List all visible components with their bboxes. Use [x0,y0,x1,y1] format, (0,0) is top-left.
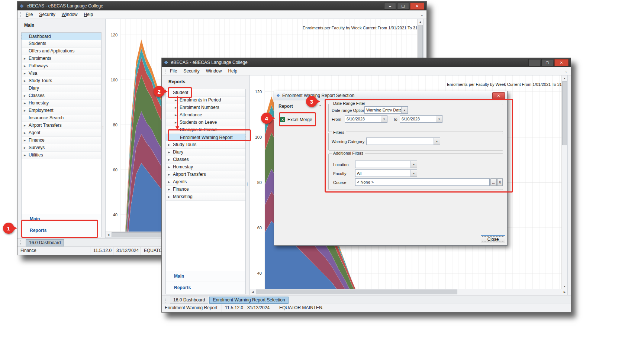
collapse-icon[interactable] [319,104,322,108]
expand-arrow-icon[interactable] [24,92,29,99]
menu-overflow-icon[interactable] [565,69,568,73]
expand-arrow-icon[interactable] [24,144,29,151]
expand-arrow-icon[interactable] [24,70,29,77]
sidebar-item[interactable]: Offers and Applications [22,48,101,55]
expand-arrow-icon[interactable] [168,171,173,178]
dialog-close-action-button[interactable]: Close [481,235,505,243]
scroll-left-icon[interactable] [106,232,111,237]
dialog-close-button[interactable]: ✕ [492,92,505,99]
expand-arrow-icon[interactable] [168,193,173,200]
tree-item[interactable]: Homestay [166,164,245,171]
tree-item[interactable]: Marketing [166,193,245,201]
chart-title: Enrolments per Faculty by Week Current F… [447,82,563,87]
sidebar-item[interactable]: Insurance Search [22,114,101,122]
svg-text:120: 120 [111,33,117,37]
sidebar-item[interactable]: Airport Transfers [22,122,101,129]
horizontal-scrollbar[interactable] [250,289,567,295]
dashboard-tab[interactable]: 16.0 Dashboard [26,239,64,246]
tree-item[interactable]: Study Tours [166,141,245,149]
nav-main-button[interactable]: Main [166,271,245,281]
maximize-button[interactable]: ▢ [541,59,553,66]
status-tab[interactable]: 16.0 Dashboard [170,297,208,304]
svg-text:120: 120 [255,90,262,94]
scroll-right-icon[interactable] [562,289,567,295]
expand-arrow-icon[interactable] [24,137,29,144]
tree-item[interactable]: Airport Transfers [166,171,245,178]
sidebar-item[interactable]: Study Tours [22,77,101,85]
app-icon [20,3,24,9]
expand-arrow-icon[interactable] [24,100,29,107]
status-tab[interactable]: Enrolment Warning Report Selection [209,297,288,304]
annotation-badge-1: 1 [3,223,14,234]
scroll-up-icon[interactable] [562,75,567,81]
window-title: eBECAS - eBECAS Language College [27,3,103,9]
titlebar[interactable]: eBECAS - eBECAS Language College – ▢ ✕ [162,58,571,67]
sidebar-item[interactable]: Students [22,40,101,48]
menu-bar: FileSecurityWindowHelp [162,67,571,75]
sidebar-item[interactable]: Classes [22,92,101,100]
expand-arrow-icon[interactable] [24,152,29,159]
sidebar-item[interactable]: Homestay [22,100,101,107]
sidebar-item[interactable]: Enrolments [22,55,101,62]
menu-item[interactable]: Security [39,12,55,17]
sidebar-header: Main [21,20,102,32]
menu-item[interactable]: Window [206,68,222,74]
tree-item[interactable]: Finance [166,186,245,193]
expand-arrow-icon[interactable] [24,129,29,136]
expand-arrow-icon[interactable] [24,55,29,62]
tree-item[interactable]: Enrolment Numbers [166,104,245,111]
status-field: Finance [17,247,90,255]
sidebar-item[interactable]: Utilities [22,152,101,159]
menu-item[interactable]: Window [62,12,78,17]
sidebar-item[interactable]: Employment [22,107,101,114]
splitter[interactable] [102,125,104,130]
sidebar-item[interactable]: Agent [22,129,101,137]
chart-title: Enrolments per Faculty by Week Current F… [303,26,419,30]
nav-reports-button[interactable]: Reports [166,281,245,294]
sidebar-item[interactable]: Pathways [22,62,101,70]
menu-item[interactable]: File [170,68,177,74]
sidebar-item[interactable]: Dashboard [22,33,101,40]
scroll-down-icon[interactable] [562,284,567,289]
sidebar-item[interactable]: Surveys [22,144,101,152]
menu-item[interactable]: Help [228,68,237,74]
tree-item[interactable]: Classes [166,156,245,164]
expand-arrow-icon[interactable] [168,156,173,163]
expand-arrow-icon[interactable] [168,164,173,171]
maximize-button[interactable]: ▢ [397,3,409,10]
tree-item[interactable]: Students on Leave [166,119,245,126]
splitter[interactable] [247,181,248,187]
sidebar-item[interactable]: Diary [22,85,101,92]
scroll-thumb[interactable] [256,290,457,294]
tab-grip [165,298,167,303]
menu-item[interactable]: File [26,12,33,17]
expand-arrow-icon[interactable] [24,107,29,114]
expand-arrow-icon[interactable] [24,122,29,129]
menu-item[interactable]: Security [183,68,199,74]
sidebar-item[interactable]: Finance [22,137,101,144]
close-button[interactable]: ✕ [410,3,424,10]
expand-arrow-icon[interactable] [168,178,173,185]
tree-item[interactable]: Attendance [166,111,245,119]
titlebar[interactable]: eBECAS - eBECAS Language College – ▢ ✕ [17,1,426,10]
tree-item[interactable]: Diary [166,149,245,156]
expand-arrow-icon[interactable] [168,186,173,193]
sidebar-item[interactable]: Visa [22,70,101,77]
tab-grip [20,240,23,245]
expand-arrow-icon[interactable] [168,141,173,148]
scroll-left-icon[interactable] [250,289,255,295]
scroll-up-icon[interactable] [418,19,423,25]
menu-item[interactable]: Help [84,12,93,17]
minimize-button[interactable]: – [528,59,540,66]
expand-arrow-icon[interactable] [168,149,173,156]
scroll-thumb[interactable] [562,81,567,145]
tree-item[interactable]: Agents [166,178,245,186]
close-button[interactable]: ✕ [554,59,569,66]
status-field: Enrolment Warning Report [162,304,222,312]
expand-arrow-icon[interactable] [24,77,29,84]
menu-overflow-icon[interactable] [421,13,424,17]
vertical-scrollbar[interactable] [561,75,567,289]
expand-arrow-icon[interactable] [24,62,29,70]
menu-grip [165,69,167,74]
minimize-button[interactable]: – [384,3,396,10]
